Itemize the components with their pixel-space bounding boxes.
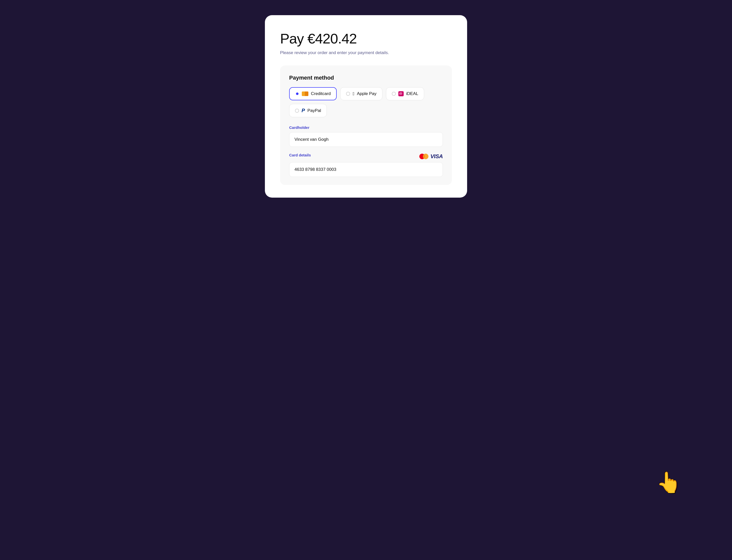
cursor-overlay: 👆 <box>656 471 681 494</box>
payment-card: Pay €420.42 Please review your order and… <box>265 15 467 198</box>
payment-tabs: Creditcard  Apple Pay iD iDEAL P PayPa <box>289 87 443 117</box>
cardholder-field: Cardholder Vincent van Gogh <box>289 125 443 147</box>
tab-applepay[interactable]:  Apple Pay <box>340 87 382 100</box>
tab-ideal[interactable]: iD iDEAL <box>386 87 424 100</box>
payment-method-title: Payment method <box>289 75 443 81</box>
tab-creditcard[interactable]: Creditcard <box>289 87 337 100</box>
tab-creditcard-label: Creditcard <box>311 91 331 96</box>
hand-cursor-icon: 👆 <box>656 471 681 494</box>
cardholder-input[interactable]: Vincent van Gogh <box>289 132 443 147</box>
payment-section: Payment method Creditcard  Apple Pay <box>280 65 452 185</box>
radio-creditcard <box>295 92 299 96</box>
radio-paypal <box>295 109 299 113</box>
pay-title: Pay €420.42 <box>280 30 452 47</box>
card-number-input[interactable]: 4633 8798 8337 0003 <box>289 162 443 177</box>
ideal-logo-container: iD <box>398 91 404 96</box>
paypal-icon: P <box>302 108 305 113</box>
creditcard-icon <box>302 91 308 96</box>
tab-applepay-label: Apple Pay <box>357 91 377 96</box>
card-details-field: Card details VISA 4633 8798 8337 0003 <box>289 153 443 177</box>
tab-paypal[interactable]: P PayPal <box>289 104 327 117</box>
radio-dot-inner <box>296 92 299 95</box>
cardholder-label: Cardholder <box>289 125 443 130</box>
card-details-row: Card details VISA <box>289 153 443 160</box>
ideal-icon: iD <box>398 91 404 96</box>
tab-paypal-label: PayPal <box>307 108 321 113</box>
card-details-label: Card details <box>289 153 311 157</box>
pay-subtitle: Please review your order and enter your … <box>280 50 452 55</box>
visa-icon: VISA <box>430 153 443 160</box>
radio-ideal <box>392 92 396 96</box>
tab-ideal-label: iDEAL <box>406 91 418 96</box>
apple-icon:  <box>353 91 354 97</box>
mc-right-circle <box>423 154 428 159</box>
card-logos: VISA <box>419 153 443 160</box>
mastercard-icon <box>419 153 428 159</box>
radio-applepay <box>346 92 350 96</box>
